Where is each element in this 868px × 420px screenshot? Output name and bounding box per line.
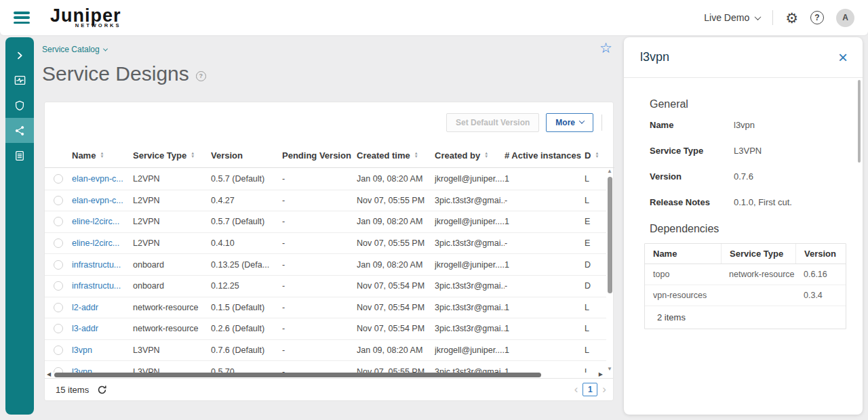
row-select-radio[interactable] (54, 324, 63, 333)
sidebar-expand-button[interactable] (5, 43, 34, 68)
row-select-radio[interactable] (54, 281, 63, 291)
column-header-cby[interactable]: Created by▲▼ (435, 150, 505, 161)
next-page-icon[interactable]: › (602, 383, 606, 395)
cell-value-type: network-resource (133, 324, 199, 333)
current-page-button[interactable]: 1 (583, 383, 597, 396)
cell-value-version: 0.5.7 (Default) (211, 174, 264, 184)
previous-page-icon[interactable]: ‹ (574, 383, 578, 395)
sidebar-item-security[interactable] (5, 93, 34, 118)
set-default-version-button[interactable]: Set Default Version (446, 113, 539, 132)
table-cell-select (45, 174, 72, 184)
sort-icon[interactable]: ▲▼ (100, 152, 104, 159)
help-icon[interactable]: ? (810, 11, 824, 24)
table-cell-pending: - (282, 324, 357, 333)
detail-field: Version0.7.6 (650, 171, 848, 182)
row-select-radio[interactable] (54, 303, 63, 312)
sidebar-item-reports[interactable] (5, 143, 34, 168)
deps-header-row: NameService TypeVersion (645, 244, 846, 264)
column-header-desc[interactable]: D▲▼ (585, 150, 614, 161)
design-name-link[interactable]: l3-addr (72, 324, 98, 333)
panel-scrollbar-thumb[interactable] (858, 80, 861, 163)
column-label: Pending Version (282, 150, 351, 161)
row-select-radio[interactable] (54, 217, 63, 226)
vertical-scrollbar[interactable]: ▲ ▼ (606, 169, 614, 372)
detail-panel-title: l3vpn (640, 50, 669, 64)
title-help-icon[interactable]: ? (196, 71, 206, 81)
table-cell-type: network-resource (133, 303, 211, 312)
sort-icon[interactable]: ▲▼ (595, 152, 599, 159)
table-cell-cby: jkrogell@juniper.... (435, 345, 505, 355)
sidebar-item-service-orchestration[interactable] (5, 118, 34, 143)
design-name-link[interactable]: infrastructu... (72, 281, 121, 291)
table-cell-pending: - (282, 174, 357, 184)
favorite-star-icon[interactable]: ☆ (599, 41, 612, 55)
table-cell-name: elan-evpn-c... (72, 196, 133, 205)
cell-value-pending: - (282, 324, 285, 333)
table-cell-ctime: Nov 07, 05:54 PM (357, 303, 435, 312)
table-cell-type: onboard (133, 281, 211, 291)
cell-value-type: L2VPN (133, 238, 160, 248)
avatar[interactable]: A (836, 9, 854, 27)
table-cell-select (45, 217, 72, 226)
table-cell-active: 1 (505, 260, 585, 270)
cell-value-pending: - (282, 174, 285, 184)
more-button[interactable]: More (546, 113, 593, 132)
account-menu[interactable]: Live Demo (704, 12, 760, 23)
cell-value-version: 0.13.25 (Defa... (211, 260, 269, 270)
juniper-logo[interactable]: Juniper NETWORKS (50, 7, 121, 28)
sort-icon[interactable]: ▲▼ (191, 152, 195, 159)
service-designs-card: Set Default Version More Name▲▼Service T… (44, 102, 614, 401)
design-name-link[interactable]: l2-addr (72, 303, 98, 312)
table-cell-select (45, 238, 72, 248)
column-header-name[interactable]: Name▲▼ (72, 150, 133, 161)
row-select-radio[interactable] (54, 260, 63, 270)
cell-value-ctime: Nov 07, 05:54 PM (357, 303, 425, 312)
cell-value-version: 0.5.7 (Default) (211, 217, 264, 226)
scroll-left-icon[interactable]: ◀ (47, 372, 51, 377)
chevron-right-icon (14, 50, 25, 61)
table-cell-version: 0.5.7 (Default) (211, 217, 282, 226)
table-cell-ctime: Jan 09, 08:20 AM (357, 345, 435, 355)
scroll-right-icon[interactable]: ▶ (599, 372, 603, 377)
row-select-radio[interactable] (54, 196, 63, 205)
column-header-version: Version (211, 150, 282, 161)
design-name-link[interactable]: infrastructu... (72, 260, 121, 270)
design-name-link[interactable]: l3vpn (72, 345, 92, 355)
chevron-down-icon (103, 46, 108, 51)
design-name-link[interactable]: eline-l2circ... (72, 217, 119, 226)
deps-row: vpn-resources0.3.4 (645, 285, 846, 306)
table-cell-name: l3-addr (72, 324, 133, 333)
sort-icon[interactable]: ▲▼ (484, 152, 488, 159)
refresh-icon[interactable] (97, 385, 107, 395)
design-name-link[interactable]: eline-l2circ... (72, 238, 119, 248)
scroll-down-icon[interactable]: ▼ (607, 366, 612, 372)
scroll-up-icon[interactable]: ▲ (607, 169, 612, 174)
table-cell-select (45, 303, 72, 312)
settings-gear-icon[interactable]: ⚙ (785, 11, 798, 25)
column-header-type[interactable]: Service Type▲▼ (133, 150, 211, 161)
horizontal-scrollbar-thumb[interactable] (54, 373, 541, 377)
table-cell-name: eline-l2circ... (72, 217, 133, 226)
sort-icon[interactable]: ▲▼ (414, 152, 418, 159)
sidebar-item-dashboard[interactable] (5, 68, 34, 93)
table-cell-ctime: Jan 09, 08:20 AM (357, 260, 435, 270)
breadcrumb[interactable]: Service Catalog (42, 45, 107, 54)
row-select-radio[interactable] (54, 238, 63, 248)
row-select-radio[interactable] (54, 345, 63, 355)
table-footer: 15 items ‹ 1 › (45, 378, 613, 400)
row-select-radio[interactable] (54, 174, 63, 184)
design-name-link[interactable]: elan-evpn-c... (72, 174, 123, 184)
toolbar-divider (601, 114, 602, 131)
menu-icon[interactable] (14, 12, 30, 24)
design-name-link[interactable]: elan-evpn-c... (72, 196, 123, 205)
table-cell-version: 0.2.6 (Default) (211, 324, 282, 333)
column-header-ctime[interactable]: Created time▲▼ (357, 150, 435, 161)
table-cell-desc: L (585, 196, 606, 205)
cell-value-active: - (505, 196, 507, 205)
close-icon[interactable]: × (838, 49, 848, 66)
vertical-scrollbar-thumb[interactable] (608, 177, 612, 293)
cell-value-type: L2VPN (133, 217, 160, 226)
cell-value-cby: 3pic.t3st3r@gmai... (435, 196, 505, 205)
deps-column-header: Name (645, 244, 721, 264)
cell-value-ctime: Nov 07, 05:54 PM (357, 281, 425, 291)
